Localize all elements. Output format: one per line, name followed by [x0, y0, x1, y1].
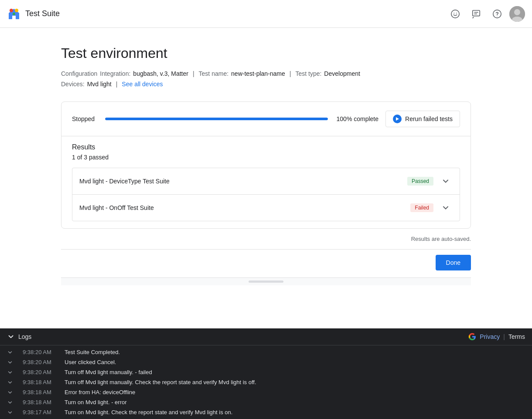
devices-row: Devices: Mvd light | See all devices: [61, 81, 471, 88]
devices-sep: |: [116, 81, 118, 88]
integration-value: bugbash, v.3, Matter: [133, 70, 188, 77]
results-summary: 1 of 3 passed: [72, 154, 460, 161]
config-sep-1: |: [193, 70, 194, 77]
progress-bar-row: Stopped 100% complete Rerun failed tests: [61, 102, 471, 136]
config-label: Configuration: [61, 70, 97, 77]
page-title: Test environment: [61, 45, 471, 61]
test-type-label: Test type:: [295, 70, 321, 77]
test-type-value: Development: [324, 70, 360, 77]
help-icon-button[interactable]: [488, 5, 506, 23]
rerun-icon: [393, 115, 402, 123]
config-sep-2: |: [290, 70, 291, 77]
svg-point-13: [514, 9, 520, 15]
app-header: Test Suite: [0, 0, 532, 28]
main-content: Test environment Configuration Integrati…: [26, 28, 506, 303]
expand-test-2-button[interactable]: [439, 201, 453, 215]
integration-label: Integration:: [100, 70, 130, 77]
status-badge-passed: Passed: [407, 177, 433, 186]
status-badge-failed: Failed: [410, 203, 433, 212]
smiley-icon: [450, 9, 460, 19]
expand-test-1-button[interactable]: [439, 174, 453, 188]
progress-status: Stopped: [72, 115, 98, 122]
test-list: Mvd light - DeviceType Test Suite Passed…: [72, 168, 460, 221]
test-row: Mvd light - DeviceType Test Suite Passed: [72, 168, 460, 195]
rerun-failed-tests-button[interactable]: Rerun failed tests: [385, 111, 460, 127]
devices-value: Mvd light: [87, 81, 112, 88]
svg-rect-7: [473, 10, 480, 16]
progress-percent: 100% complete: [335, 115, 379, 122]
results-section: Results 1 of 3 passed Mvd light - Device…: [61, 136, 471, 228]
chat-icon: [471, 9, 481, 19]
results-title: Results: [72, 143, 460, 151]
scroll-bar: [249, 280, 283, 283]
user-avatar-image: [509, 6, 525, 22]
config-row: Configuration Integration: bugbash, v.3,…: [61, 70, 471, 77]
feedback-icon-button[interactable]: [447, 5, 464, 23]
auto-saved-text: Results are auto-saved.: [61, 236, 471, 242]
logo-icon: [7, 7, 21, 21]
svg-point-4: [451, 10, 459, 17]
svg-point-5: [454, 13, 454, 14]
test-name-2: Mvd light - OnOff Test Suite: [79, 204, 410, 211]
header-actions: [447, 5, 525, 23]
done-button[interactable]: Done: [436, 255, 471, 270]
chevron-down-icon: [441, 177, 450, 186]
app-logo[interactable]: Test Suite: [7, 7, 60, 21]
chat-icon-button[interactable]: [467, 5, 485, 23]
test-name-label: Test name:: [199, 70, 228, 77]
progress-fill: [105, 118, 328, 120]
test-name-value: new-test-plan-name: [231, 70, 285, 77]
chevron-down-icon: [441, 203, 450, 212]
svg-point-1: [10, 9, 13, 12]
app-title: Test Suite: [25, 9, 60, 18]
scroll-handle: [61, 278, 471, 285]
svg-point-2: [15, 9, 18, 12]
svg-point-3: [13, 13, 15, 15]
devices-label: Devices:: [61, 81, 85, 88]
svg-marker-15: [396, 117, 399, 121]
see-all-devices-link[interactable]: See all devices: [122, 81, 163, 88]
avatar[interactable]: [509, 6, 525, 22]
test-name-1: Mvd light - DeviceType Test Suite: [79, 178, 407, 185]
svg-point-11: [497, 15, 497, 16]
rerun-btn-label: Rerun failed tests: [405, 115, 453, 122]
svg-point-6: [456, 13, 457, 14]
test-row: Mvd light - OnOff Test Suite Failed: [72, 195, 460, 221]
help-icon: [492, 9, 502, 19]
play-icon: [395, 116, 400, 122]
progress-card: Stopped 100% complete Rerun failed tests…: [61, 101, 471, 229]
done-row: Done: [61, 249, 471, 278]
progress-track: [105, 118, 328, 120]
